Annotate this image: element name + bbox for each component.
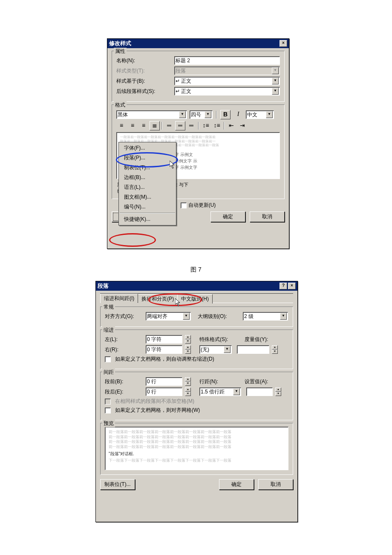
nospace-checkbox: 在相同样式的段落间不添加空格(M) bbox=[105, 398, 288, 405]
indent-right-label: 右(R): bbox=[105, 346, 143, 353]
chevron-down-icon[interactable]: ▼ bbox=[179, 111, 186, 118]
menu-font[interactable]: 字体(F)... bbox=[120, 143, 175, 153]
chevron-down-icon[interactable]: ▼ bbox=[233, 388, 240, 395]
indent-right-input[interactable]: 0 字符 bbox=[146, 345, 182, 354]
checkbox-icon bbox=[105, 399, 111, 405]
paragraph-preview: 前一段落前一段落前一段落前一段落前一段落前一段落前一段落前一段落 前一段落前一段… bbox=[105, 427, 288, 470]
at-input[interactable] bbox=[246, 387, 273, 396]
spinner-icon[interactable]: ▲▼ bbox=[275, 387, 281, 396]
indent-left-input[interactable]: 0 字符 bbox=[146, 335, 182, 344]
spinner-icon[interactable]: ▲▼ bbox=[272, 345, 278, 354]
linespace-2-icon[interactable]: ═ bbox=[186, 121, 196, 130]
annotation-red-oval bbox=[109, 233, 156, 247]
checkbox-icon bbox=[105, 356, 111, 362]
separator-icon bbox=[198, 122, 199, 130]
indent-inc-icon[interactable]: ⇥ bbox=[237, 121, 248, 130]
chevron-down-icon[interactable]: ▼ bbox=[224, 346, 231, 353]
close-icon[interactable]: × bbox=[288, 283, 296, 289]
alignment-combo[interactable]: 两端对齐 ▼ bbox=[146, 312, 191, 321]
preview-sample-text: "段落"对话框. bbox=[109, 451, 285, 457]
outline-combo[interactable]: 2 级 ▼ bbox=[243, 312, 288, 321]
help-icon[interactable]: ? bbox=[280, 283, 287, 289]
menu-numbering[interactable]: 编号(N)... bbox=[120, 202, 175, 212]
chevron-down-icon[interactable]: ▼ bbox=[183, 313, 190, 320]
followstyle-label: 后续段落样式(S): bbox=[116, 88, 172, 95]
linespacing-label: 行距(N): bbox=[199, 378, 242, 385]
menu-border[interactable]: 边框(B)... bbox=[120, 173, 175, 182]
menu-shortcut[interactable]: 快捷键(K)... bbox=[120, 214, 175, 224]
special-combo[interactable]: (无) ▼ bbox=[199, 345, 232, 354]
chevron-down-icon[interactable]: ▼ bbox=[266, 111, 273, 118]
lang-combo[interactable]: 中文 ▼ bbox=[246, 110, 274, 119]
snapgrid-checkbox[interactable]: 如果定义了文档网格，则对齐网格(W) bbox=[105, 407, 288, 414]
after-input[interactable]: 0 行 bbox=[146, 387, 182, 396]
align-left-icon[interactable]: ≡ bbox=[116, 121, 127, 130]
linespacing-combo[interactable]: 1.5 倍行距 ▼ bbox=[199, 387, 241, 396]
spacebefore-dec-icon[interactable]: ↕≡ bbox=[212, 121, 222, 130]
alignment-toolbar: ≡ ≡ ≡ ≣ ═ ═ ═ ↕≡ ↕≡ ⇤ ⇥ bbox=[116, 121, 280, 130]
align-right-icon[interactable]: ≡ bbox=[138, 121, 149, 130]
linespace-15-icon[interactable]: ═ bbox=[175, 121, 185, 130]
italic-button[interactable]: I bbox=[233, 110, 243, 119]
modify-style-dialog: 修改样式 × 属性 名称(N): 标题 2 样式类型(T): 段落 ▼ bbox=[107, 38, 289, 249]
spinner-icon[interactable]: ▲▼ bbox=[185, 377, 191, 386]
fontname-value: 黑体 bbox=[118, 111, 179, 119]
name-input[interactable]: 标题 2 bbox=[174, 56, 280, 65]
spacebefore-inc-icon[interactable]: ↕≡ bbox=[201, 121, 211, 130]
linespacing-value: 1.5 倍行距 bbox=[201, 388, 233, 396]
cancel-button[interactable]: 取消 bbox=[258, 479, 293, 490]
properties-legend: 属性 bbox=[114, 48, 127, 55]
spacing-group: 间距 段前(B): 0 行 ▲▼ 行距(N): 设置值(A): 段后(E): 0… bbox=[100, 372, 293, 420]
menu-language[interactable]: 语言(L)... bbox=[120, 182, 175, 192]
fontsize-combo[interactable]: 四号 ▼ bbox=[190, 110, 213, 119]
paragraph-dialog: 段落 ? × 缩进和间距(I) 换行和分页(P) 中文版式(H) 常规 对齐方式… bbox=[95, 281, 298, 522]
paragraph-tabs: 缩进和间距(I) 换行和分页(P) 中文版式(H) bbox=[100, 293, 293, 303]
fontname-combo[interactable]: 黑体 ▼ bbox=[116, 110, 187, 119]
spinner-icon[interactable]: ▲▼ bbox=[185, 345, 191, 354]
followstyle-combo[interactable]: ↵ 正文 ▼ bbox=[174, 87, 280, 95]
tabs-button[interactable]: 制表位(T)... bbox=[100, 479, 135, 490]
chevron-down-icon[interactable]: ▼ bbox=[272, 88, 279, 95]
before-label: 段前(B): bbox=[105, 378, 143, 385]
properties-group: 属性 名称(N): 标题 2 样式类型(T): 段落 ▼ 样式基于(B): bbox=[112, 51, 285, 102]
spinner-icon[interactable]: ▲▼ bbox=[185, 387, 191, 396]
special-label: 特殊格式(S): bbox=[199, 336, 242, 343]
before-input[interactable]: 0 行 bbox=[146, 377, 182, 386]
tab-linepage-breaks[interactable]: 换行和分页(P) bbox=[138, 294, 178, 304]
format-popup-menu: 字体(F)... 段落(P)... 制表位(T)... 边框(B)... 语言(… bbox=[118, 142, 176, 225]
indent-group: 缩进 左(L): 0 字符 ▲▼ 特殊格式(S): 度量值(Y): 右(R): … bbox=[100, 330, 293, 369]
chevron-down-icon[interactable]: ▼ bbox=[205, 111, 211, 118]
figure-caption: 图 7 bbox=[0, 266, 392, 274]
align-center-icon[interactable]: ≡ bbox=[127, 121, 138, 130]
measure-input[interactable] bbox=[237, 345, 269, 354]
general-group: 常规 对齐方式(G): 两端对齐 ▼ 大纲级别(O): 2 级 ▼ bbox=[100, 306, 293, 327]
preview-group: 预览 前一段落前一段落前一段落前一段落前一段落前一段落前一段落前一段落 前一段落… bbox=[100, 423, 293, 475]
autoupdate-label: 自动更新(U) bbox=[188, 202, 216, 209]
menu-frame[interactable]: 图文框(M)... bbox=[120, 192, 175, 202]
basedon-combo[interactable]: ↵ 正文 ▼ bbox=[174, 77, 280, 85]
chevron-down-icon[interactable]: ▼ bbox=[280, 313, 287, 320]
tab-asian-typography[interactable]: 中文版式(H) bbox=[177, 294, 213, 304]
bold-button[interactable]: B bbox=[220, 110, 231, 119]
indent-dec-icon[interactable]: ⇤ bbox=[226, 121, 236, 130]
autoadjust-indent-checkbox[interactable]: 如果定义了文档网格，则自动调整右缩进(D) bbox=[105, 356, 288, 363]
autoupdate-checkbox[interactable]: 自动更新(U) bbox=[181, 202, 216, 209]
ok-button[interactable]: 确定 bbox=[210, 211, 245, 222]
special-value: (无) bbox=[201, 346, 224, 353]
autoadjust-indent-label: 如果定义了文档网格，则自动调整右缩进(D) bbox=[115, 356, 214, 363]
align-justify-icon[interactable]: ≣ bbox=[150, 121, 160, 130]
ok-button[interactable]: 确定 bbox=[219, 479, 254, 490]
menu-paragraph[interactable]: 段落(P)... bbox=[120, 153, 175, 163]
separator-icon bbox=[216, 111, 217, 119]
cancel-button[interactable]: 取消 bbox=[250, 211, 285, 222]
tab-indent-spacing[interactable]: 缩进和间距(I) bbox=[100, 294, 138, 303]
close-icon[interactable]: × bbox=[280, 40, 287, 47]
styletype-value: 段落 bbox=[176, 67, 272, 75]
chevron-down-icon[interactable]: ▼ bbox=[272, 78, 279, 84]
linespace-1-icon[interactable]: ═ bbox=[164, 121, 174, 130]
format-legend: 格式 bbox=[114, 101, 127, 109]
outline-value: 2 级 bbox=[244, 313, 280, 320]
menu-tabs[interactable]: 制表位(T)... bbox=[120, 163, 175, 173]
spinner-icon[interactable]: ▲▼ bbox=[185, 335, 191, 344]
fontsize-value: 四号 bbox=[191, 111, 205, 119]
